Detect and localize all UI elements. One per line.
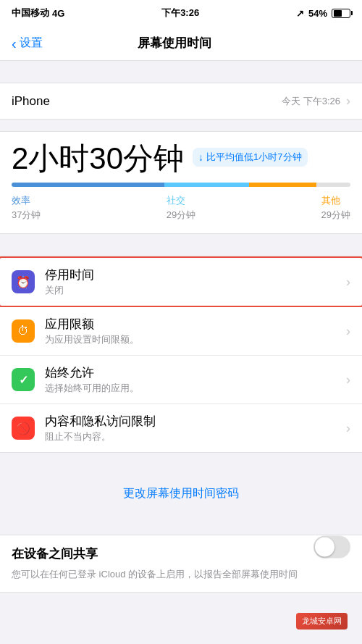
app-limits-subtitle: 为应用设置时间限额。 [45, 333, 346, 346]
category-labels: 效率 37分钟 社交 29分钟 其他 29分钟 [12, 194, 350, 222]
other-time: 29分钟 [321, 209, 350, 222]
other-label: 其他 [321, 194, 350, 207]
app-limits-text: 应用限额 为应用设置时间限额。 [45, 316, 346, 346]
always-allow-chevron-icon: › [346, 372, 350, 388]
today-label: 今天 下午3:26 [282, 95, 340, 108]
usage-time: 2小时30分钟 [12, 143, 184, 174]
badge-text: 比平均值低1小时7分钟 [206, 151, 301, 164]
downtime-title: 停用时间 [45, 267, 346, 283]
always-allow-title: 始终允许 [45, 364, 346, 381]
time-label: 下午3:26 [161, 7, 199, 20]
social-bar [164, 183, 249, 187]
downtime-chevron-icon: › [346, 275, 350, 290]
always-allow-icon-char: ✓ [19, 373, 28, 387]
password-link-section: 更改屏幕使用时间密码 [0, 474, 362, 513]
share-toggle[interactable] [313, 536, 350, 559]
progress-bar [12, 183, 350, 187]
battery-label: 54% [308, 8, 327, 19]
arrow-down-icon: ↓ [198, 151, 203, 164]
downtime-subtitle: 关闭 [45, 284, 346, 297]
battery-icon [332, 9, 350, 18]
watermark: 龙城安卓网 [296, 613, 348, 630]
network-label: 4G [52, 8, 64, 19]
share-section: 在设备之间共享 您可以在任何已登录 iCloud 的设备上启用，以报告全部屏幕使… [0, 535, 362, 593]
efficiency-label: 效率 [12, 194, 41, 207]
social-label: 社交 [167, 194, 195, 207]
iphone-label: iPhone [12, 94, 50, 109]
back-chevron-icon: ‹ [12, 36, 17, 51]
carrier-label: 中国移动 [12, 7, 49, 20]
downtime-icon: ⏰ [12, 270, 35, 293]
content-privacy-icon-char: 🚫 [16, 422, 30, 435]
downtime-text: 停用时间 关闭 [45, 267, 346, 297]
app-limits-icon-char: ⏱ [17, 325, 29, 338]
status-right: ↗ 54% [296, 8, 350, 19]
status-left: 中国移动 4G [12, 7, 64, 20]
remaining-bar [316, 183, 350, 187]
downtime-item[interactable]: ⏰ 停用时间 关闭 › [0, 256, 362, 307]
back-button[interactable]: ‹ 设置 [12, 35, 43, 51]
social-time: 29分钟 [167, 209, 195, 222]
efficiency-bar [12, 183, 164, 187]
always-allow-subtitle: 选择始终可用的应用。 [45, 382, 346, 395]
app-limits-title: 应用限额 [45, 316, 346, 333]
always-allow-text: 始终允许 选择始终可用的应用。 [45, 364, 346, 395]
change-password-link[interactable]: 更改屏幕使用时间密码 [123, 487, 239, 499]
share-title: 在设备之间共享 [12, 545, 350, 562]
category-other: 其他 29分钟 [321, 194, 350, 222]
app-limits-icon: ⏱ [12, 319, 35, 343]
status-bar: 中国移动 4G 下午3:26 ↗ 54% [0, 0, 362, 26]
downtime-icon-char: ⏰ [16, 275, 30, 289]
nav-bar: ‹ 设置 屏幕使用时间 [0, 26, 362, 61]
content-privacy-icon: 🚫 [12, 417, 35, 440]
content-privacy-title: 内容和隐私访问限制 [45, 413, 346, 430]
iphone-row[interactable]: iPhone 今天 下午3:26 › [0, 83, 362, 120]
location-icon: ↗ [296, 8, 304, 19]
content-privacy-chevron-icon: › [346, 421, 350, 436]
back-label: 设置 [20, 35, 43, 51]
usage-badge: ↓ 比平均值低1小时7分钟 [193, 148, 307, 167]
always-allow-item[interactable]: ✓ 始终允许 选择始终可用的应用。 › [0, 356, 362, 404]
content-privacy-subtitle: 阻止不当内容。 [45, 430, 346, 443]
settings-list: ⏰ 停用时间 关闭 › ⏱ 应用限额 为应用设置时间限额。 › ✓ 始终允许 选… [0, 256, 362, 453]
app-limits-item[interactable]: ⏱ 应用限额 为应用设置时间限额。 › [0, 307, 362, 356]
page-title: 屏幕使用时间 [138, 35, 211, 51]
content-privacy-item[interactable]: 🚫 内容和隐私访问限制 阻止不当内容。 › [0, 404, 362, 452]
efficiency-time: 37分钟 [12, 209, 41, 222]
chevron-right-icon: › [346, 93, 350, 109]
app-limits-chevron-icon: › [346, 324, 350, 339]
share-text: 您可以在任何已登录 iCloud 的设备上启用，以报告全部屏幕使用时间 [12, 568, 350, 581]
category-efficiency: 效率 37分钟 [12, 194, 41, 222]
toggle-knob [315, 538, 334, 557]
usage-header: 2小时30分钟 ↓ 比平均值低1小时7分钟 [12, 143, 350, 174]
always-allow-icon: ✓ [12, 368, 35, 391]
category-social: 社交 29分钟 [167, 194, 195, 222]
other-bar [249, 183, 317, 187]
usage-section: 2小时30分钟 ↓ 比平均值低1小时7分钟 效率 37分钟 社交 29分钟 其他… [0, 131, 362, 234]
content-privacy-text: 内容和隐私访问限制 阻止不当内容。 [45, 413, 346, 443]
